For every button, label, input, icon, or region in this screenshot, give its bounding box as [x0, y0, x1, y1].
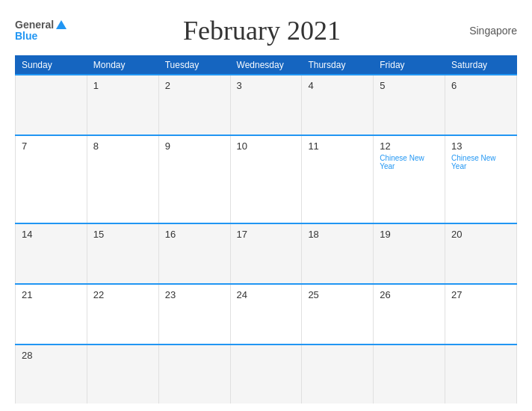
calendar-day-cell: 12Chinese New Year [374, 135, 445, 224]
day-number: 11 [308, 140, 367, 152]
calendar-day-cell: 14 [16, 223, 87, 284]
calendar-day-cell: 4 [302, 75, 374, 135]
header-friday: Friday [374, 56, 445, 75]
calendar-table: Sunday Monday Tuesday Wednesday Thursday… [15, 55, 517, 404]
calendar-day-cell: 25 [302, 284, 374, 344]
calendar-day-cell: 15 [87, 223, 158, 284]
calendar-day-cell: 19 [374, 223, 445, 284]
day-number: 25 [308, 289, 367, 300]
day-number: 10 [237, 140, 296, 152]
day-number: 26 [380, 289, 439, 300]
calendar-day-cell: 21 [16, 284, 87, 344]
day-number: 22 [93, 289, 152, 300]
header-monday: Monday [87, 56, 158, 75]
header-sunday: Sunday [16, 56, 87, 75]
calendar-day-cell: 8 [87, 135, 158, 224]
calendar-day-cell: 2 [158, 75, 230, 135]
calendar-day-cell: 23 [158, 284, 230, 344]
day-number: 24 [237, 289, 296, 300]
day-number: 9 [165, 140, 224, 152]
header-wednesday: Wednesday [230, 56, 302, 75]
day-number: 15 [93, 229, 152, 240]
page: General Blue February 2021 Singapore Sun… [0, 0, 532, 411]
day-number: 13 [451, 140, 510, 152]
calendar-day-cell: 10 [230, 135, 302, 224]
calendar-day-cell [158, 344, 230, 404]
calendar-day-cell: 6 [445, 75, 517, 135]
day-number: 5 [380, 80, 439, 91]
calendar-day-cell: 20 [445, 223, 517, 284]
logo: General Blue [15, 19, 66, 42]
day-number: 17 [237, 229, 296, 240]
day-number: 18 [308, 229, 367, 240]
day-number: 23 [165, 289, 224, 300]
calendar-week-row: 123456 [16, 75, 517, 135]
day-number: 4 [308, 80, 367, 91]
calendar-week-row: 789101112Chinese New Year13Chinese New Y… [16, 135, 517, 224]
header-saturday: Saturday [445, 56, 517, 75]
calendar-day-cell [16, 75, 87, 135]
calendar-title: February 2021 [183, 15, 341, 46]
calendar-day-cell: 5 [374, 75, 445, 135]
calendar-week-row: 21222324252627 [16, 284, 517, 344]
logo-general-text: General [15, 19, 54, 30]
calendar-day-cell [302, 344, 374, 404]
calendar-day-cell: 1 [87, 75, 158, 135]
calendar-week-row: 14151617181920 [16, 223, 517, 284]
header: General Blue February 2021 Singapore [15, 15, 517, 46]
day-number: 14 [22, 229, 81, 240]
calendar-day-cell: 26 [374, 284, 445, 344]
day-number: 1 [93, 80, 152, 91]
calendar-day-cell: 16 [158, 223, 230, 284]
calendar-day-cell: 7 [16, 135, 87, 224]
day-number: 16 [165, 229, 224, 240]
calendar-day-cell [374, 344, 445, 404]
day-number: 12 [380, 140, 439, 152]
calendar-week-row: 28 [16, 344, 517, 404]
day-number: 20 [451, 229, 510, 240]
day-number: 28 [22, 350, 81, 361]
calendar-day-cell: 9 [158, 135, 230, 224]
day-number: 19 [380, 229, 439, 240]
calendar-day-cell [87, 344, 158, 404]
calendar-day-cell: 13Chinese New Year [445, 135, 517, 224]
weekday-header-row: Sunday Monday Tuesday Wednesday Thursday… [16, 56, 517, 75]
day-number: 6 [451, 80, 510, 91]
calendar-day-cell: 11 [302, 135, 374, 224]
holiday-label: Chinese New Year [380, 154, 439, 170]
calendar-day-cell: 28 [16, 344, 87, 404]
logo-triangle-icon [56, 20, 66, 29]
country-label: Singapore [457, 25, 517, 37]
calendar-day-cell: 22 [87, 284, 158, 344]
day-number: 7 [22, 140, 81, 152]
header-tuesday: Tuesday [158, 56, 230, 75]
day-number: 2 [165, 80, 224, 91]
calendar-day-cell [445, 344, 517, 404]
calendar-day-cell: 18 [302, 223, 374, 284]
calendar-day-cell [230, 344, 302, 404]
header-thursday: Thursday [302, 56, 374, 75]
day-number: 8 [93, 140, 152, 152]
calendar-day-cell: 24 [230, 284, 302, 344]
calendar-day-cell: 27 [445, 284, 517, 344]
calendar-day-cell: 17 [230, 223, 302, 284]
day-number: 27 [451, 289, 510, 300]
calendar-day-cell: 3 [230, 75, 302, 135]
calendar: Sunday Monday Tuesday Wednesday Thursday… [15, 55, 517, 404]
logo-blue-text: Blue [15, 30, 37, 42]
day-number: 3 [237, 80, 296, 91]
day-number: 21 [22, 289, 81, 300]
holiday-label: Chinese New Year [451, 154, 510, 170]
